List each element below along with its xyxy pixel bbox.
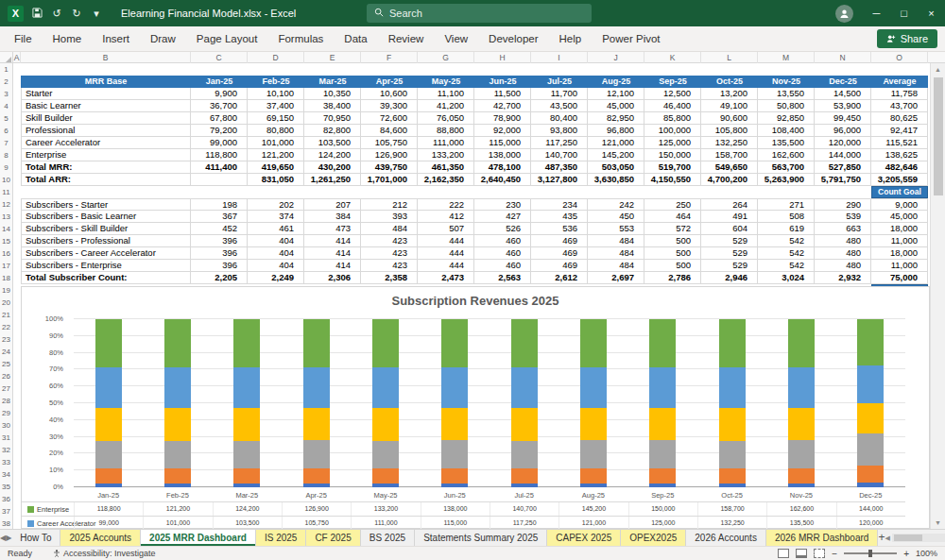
excel-app-icon[interactable]: X: [8, 6, 24, 22]
chart-bar-jul-25[interactable]: [511, 319, 538, 487]
cell[interactable]: 2,162,350: [418, 174, 474, 186]
column-header-G[interactable]: G: [418, 52, 474, 63]
cell[interactable]: 144,000: [815, 149, 871, 161]
cell[interactable]: 13,550: [758, 88, 815, 100]
row-header-22[interactable]: 22: [0, 321, 12, 333]
cell[interactable]: [474, 186, 531, 198]
month-header[interactable]: Feb-25: [248, 76, 304, 88]
cell[interactable]: 3,127,800: [531, 174, 588, 186]
cell[interactable]: 2,640,450: [474, 174, 531, 186]
cell[interactable]: [13, 186, 21, 198]
cell[interactable]: 250: [644, 198, 701, 211]
row-header-30[interactable]: 30: [0, 419, 12, 432]
cell[interactable]: 11,100: [418, 88, 474, 100]
ribbon-tab-developer[interactable]: Developer: [478, 26, 548, 51]
cell[interactable]: 604: [701, 223, 758, 235]
ribbon-tab-data[interactable]: Data: [334, 26, 377, 51]
cell[interactable]: 145,200: [588, 149, 644, 161]
cell[interactable]: 374: [248, 211, 304, 223]
column-header-N[interactable]: N: [815, 52, 871, 63]
zoom-level[interactable]: 100%: [916, 549, 937, 558]
cell[interactable]: 460: [474, 235, 531, 247]
chart-bar-aug-25[interactable]: [580, 319, 607, 487]
cell[interactable]: 117,250: [531, 137, 588, 149]
cell[interactable]: 11,700: [531, 88, 588, 100]
sheet-tab-bs-2025[interactable]: BS 2025: [361, 530, 415, 546]
month-header[interactable]: Aug-25: [588, 76, 644, 88]
cell[interactable]: [13, 247, 21, 260]
cell[interactable]: 158,700: [701, 149, 758, 161]
cell[interactable]: 3,205,559: [871, 174, 928, 186]
cell[interactable]: 103,500: [304, 137, 361, 149]
cell[interactable]: 430,200: [304, 161, 361, 174]
cell[interactable]: [13, 284, 21, 297]
cell[interactable]: 162,600: [758, 149, 815, 161]
horizontal-scroll-track[interactable]: [892, 534, 945, 542]
cell[interactable]: 50,800: [758, 100, 815, 112]
redo-icon[interactable]: ↻: [70, 8, 83, 20]
share-button[interactable]: Share: [877, 29, 937, 48]
cell[interactable]: 480: [815, 247, 871, 260]
cell[interactable]: 126,900: [361, 149, 418, 161]
cell[interactable]: 480: [815, 235, 871, 247]
cell[interactable]: [13, 223, 21, 235]
row-header-36[interactable]: 36: [0, 493, 12, 505]
row-header-21[interactable]: 21: [0, 309, 12, 321]
row-header-13[interactable]: 13: [0, 211, 12, 223]
cell[interactable]: 242: [588, 198, 644, 211]
cell[interactable]: 41,200: [418, 100, 474, 112]
row-label[interactable]: Total MRR:: [21, 161, 191, 174]
cell[interactable]: 125,000: [644, 137, 701, 149]
cell[interactable]: 105,800: [701, 125, 758, 137]
mrr-base-header[interactable]: MRR Base: [21, 76, 191, 88]
cell[interactable]: 72,600: [361, 112, 418, 125]
row-header-38[interactable]: 38: [0, 518, 12, 529]
row-header-19[interactable]: 19: [0, 284, 12, 297]
cell[interactable]: 2,946: [701, 272, 758, 284]
cell[interactable]: 99,450: [815, 112, 871, 125]
row-header-6[interactable]: 6: [0, 125, 12, 137]
column-header-A[interactable]: A: [13, 52, 21, 63]
cell[interactable]: 396: [191, 235, 248, 247]
cell[interactable]: 79,200: [191, 125, 248, 137]
cell[interactable]: 93,800: [531, 125, 588, 137]
cell[interactable]: 2,306: [304, 272, 361, 284]
cell[interactable]: 414: [304, 260, 361, 272]
cell[interactable]: 423: [361, 260, 418, 272]
row-header-15[interactable]: 15: [0, 235, 12, 247]
cell[interactable]: 484: [588, 247, 644, 260]
subscription-revenues-chart[interactable]: Subscription Revenues 20250%10%20%30%40%…: [21, 286, 930, 529]
search-input[interactable]: Search: [367, 4, 592, 23]
cell[interactable]: 404: [248, 247, 304, 260]
scroll-up-icon[interactable]: ▲: [935, 63, 941, 76]
row-header-7[interactable]: 7: [0, 137, 12, 149]
cell[interactable]: 491: [701, 211, 758, 223]
cell[interactable]: [191, 186, 248, 198]
sheet-tab-2025-accounts[interactable]: 2025 Accounts: [60, 530, 141, 546]
cell[interactable]: 2,473: [418, 272, 474, 284]
cell[interactable]: 290: [815, 198, 871, 211]
page-break-view-button[interactable]: [814, 549, 825, 558]
cell[interactable]: 230: [474, 198, 531, 211]
row-header-25[interactable]: 25: [0, 358, 12, 370]
cell[interactable]: [13, 137, 21, 149]
cell[interactable]: [13, 149, 21, 161]
vertical-scroll-thumb[interactable]: [934, 77, 943, 195]
average-header[interactable]: Average: [871, 76, 928, 88]
row-header-23[interactable]: 23: [0, 333, 12, 346]
cell[interactable]: 222: [418, 198, 474, 211]
chart-bar-dec-25[interactable]: [857, 319, 884, 487]
add-sheet-button[interactable]: +: [878, 530, 885, 546]
column-header-C[interactable]: C: [191, 52, 248, 63]
cell[interactable]: 419,650: [248, 161, 304, 174]
row-header-33[interactable]: 33: [0, 456, 12, 468]
sheet-tab-statements-summary-2025[interactable]: Statements Summary 2025: [415, 530, 547, 546]
cell[interactable]: 90,600: [701, 112, 758, 125]
cell[interactable]: 367: [191, 211, 248, 223]
cell[interactable]: 500: [644, 235, 701, 247]
cell[interactable]: 271: [758, 198, 815, 211]
cell[interactable]: 9,900: [191, 88, 248, 100]
cell[interactable]: 542: [758, 247, 815, 260]
save-icon[interactable]: [30, 8, 43, 20]
cell[interactable]: 100,000: [644, 125, 701, 137]
